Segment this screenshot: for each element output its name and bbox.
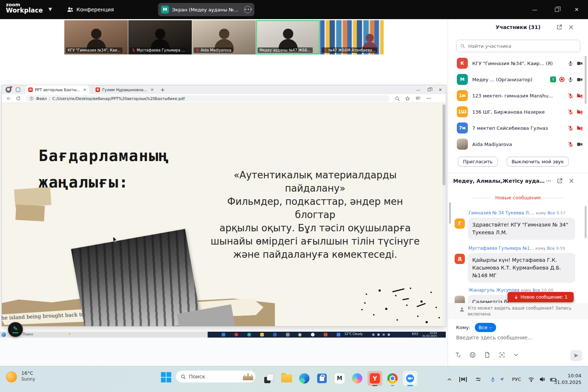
video-tile[interactable]: Aida Madiyarova [192,20,256,54]
task-view-button[interactable] [262,371,276,386]
microsoft-store-button[interactable] [315,371,329,386]
browser-tab[interactable]: Гулим Нұрақыновна.pdf ✕ [92,85,157,94]
chat-menu-icon[interactable] [546,178,552,184]
mic-muted-icon[interactable] [568,142,573,147]
powerpoint-app-icon[interactable] [324,333,327,336]
mic-muted-icon[interactable] [568,93,573,99]
zoom-button[interactable] [403,371,417,386]
camera-icon[interactable] [577,60,583,67]
participants-scrollbar-thumb[interactable] [585,56,587,104]
video-tile[interactable]: №47 ЖББМ Атанбаева... [320,20,384,54]
copilot-button[interactable] [350,371,365,386]
favorite-star-icon[interactable] [405,96,410,101]
camera-icon[interactable] [577,141,583,147]
browser-profile-icon[interactable] [6,87,11,93]
edge-button[interactable] [297,371,312,386]
white-app-icon[interactable] [311,333,315,336]
new-tab-button[interactable]: + [160,87,165,93]
browser-globe-icon[interactable] [1,332,6,337]
inner-search-label[interactable]: Поиск [23,332,33,336]
video-tile[interactable]: КГУ "Гимназия №34", Каи... [64,20,128,54]
invite-button[interactable]: Пригласить [458,157,498,167]
zoom-app-icon[interactable] [337,333,340,336]
panel-resize-handle[interactable] [449,202,451,224]
language-indicator[interactable]: РУС [512,366,521,392]
inner-tray-icon[interactable] [388,334,390,336]
taskbar-search[interactable]: Поиск [176,370,256,383]
chat-message-input[interactable] [456,335,577,341]
tab-overview-icon[interactable] [16,88,20,92]
gray-app-icon[interactable] [286,333,290,336]
screenshot-icon[interactable] [499,352,505,358]
wifi-indicator[interactable] [528,366,534,392]
to-selector[interactable]: Все [475,323,496,332]
tray-sliders[interactable] [475,366,481,392]
attach-file-icon[interactable] [484,352,491,358]
weather-sun-icon[interactable] [6,371,17,382]
edge-app-icon[interactable] [222,333,225,336]
window-minimize-button[interactable]: — [526,0,544,19]
mic-icon[interactable] [568,77,573,82]
window-close-button[interactable]: ✕ [567,0,586,19]
inner-language[interactable]: КАЗ [412,332,418,336]
camera-off-icon[interactable] [577,93,583,99]
participant-row[interactable]: 1м 123 мектеп- гимназия Manshu... [448,88,588,103]
m-app-button[interactable]: M [332,371,347,386]
store-app-icon[interactable] [273,333,277,336]
chevron-down-icon[interactable] [513,352,519,357]
share-more-icon[interactable]: ••• [244,6,251,13]
participant-row[interactable]: 7м 7 мектеп Сейсебекова Гулназ [448,121,588,135]
browser-minimize-button[interactable]: — [413,85,424,94]
address-pill[interactable]: Файл | C:/Users/пк/Desktop/вебинар/PPT%2… [26,95,390,102]
favorites-bar-icon[interactable] [415,96,421,101]
camera-off-icon[interactable] [577,125,583,131]
tab-close-icon[interactable]: ✕ [83,88,86,92]
browser-tab-active[interactable]: PPT авторлық Бахтыбике.pdf ✕ [25,85,89,94]
inner-clock[interactable]: 10:0431.03.2025 [422,332,437,338]
participant-row[interactable]: М Медеу ... (Организатор) ↑ [448,72,588,87]
tray-m-app[interactable]: M [459,366,467,392]
red-app-icon[interactable] [234,333,238,336]
inner-weather[interactable]: 12°C Cloudy [344,332,363,336]
tray-expand[interactable] [447,366,452,392]
tray-microphone[interactable] [490,366,495,392]
close-icon[interactable] [568,24,574,30]
browser-menu-icon[interactable] [426,96,431,101]
pdf-scrollbar-thumb[interactable] [442,104,445,185]
video-tile[interactable]: Мустафаева Гульмира ... [128,20,192,54]
screen-share-indicator[interactable]: M Экран (Медеу ауданы №47 ЖБ ••• [158,3,254,16]
mic-icon[interactable] [568,61,573,66]
refresh-icon[interactable] [16,96,21,101]
camera-off-icon[interactable] [577,109,583,115]
format-text-icon[interactable] [455,352,461,358]
chrome-button[interactable] [385,371,400,386]
mute-my-audio-button[interactable]: Выключить мой звук [507,157,569,167]
close-icon[interactable] [569,178,574,184]
send-message-button[interactable] [570,350,582,361]
participant-row[interactable]: 1Ш 136 ШГ, Биржанова Назерке [448,104,588,119]
mic-muted-icon[interactable] [568,109,573,115]
mic-muted-icon[interactable] [568,125,573,131]
browser-restore-button[interactable] [424,85,435,94]
popout-icon[interactable] [556,24,562,30]
tab-conference[interactable]: Конференция [67,4,114,15]
yandex-browser-button[interactable]: Y [368,371,382,386]
taskbar-clock[interactable]: 10:04 31.03.2025 [554,373,581,386]
find-on-page-icon[interactable] [395,96,400,101]
window-restore-button[interactable] [548,0,566,19]
tab-close-icon[interactable]: ✕ [150,88,154,92]
browser-close-button[interactable]: ✕ [435,85,446,94]
emoji-icon[interactable] [469,352,476,358]
inner-tray-icon[interactable] [383,334,385,336]
chrome-app-icon[interactable] [298,333,302,336]
tray-location[interactable] [499,366,504,392]
participant-row[interactable]: Aida Madiyarova [448,137,588,152]
participant-search-box[interactable] [456,40,580,52]
weather-widget[interactable]: 16°C Sunny [21,370,35,382]
teal-app-icon[interactable] [247,333,251,336]
inner-tray-icon[interactable] [372,334,374,336]
back-icon[interactable] [6,96,11,101]
camera-icon[interactable] [577,76,583,83]
participant-row[interactable]: К КГУ "Гимназия №34", Каир... (Я) [448,56,588,71]
annotation-pencil-button[interactable]: ✎ [8,322,23,337]
